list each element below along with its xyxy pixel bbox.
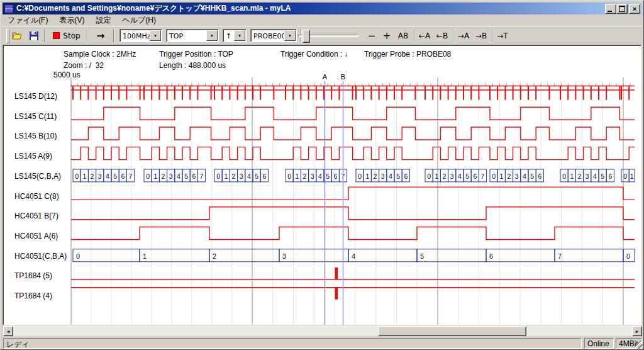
toolbar-separator — [453, 29, 454, 42]
trigger-position-value: TOP — [169, 32, 183, 40]
ab-button[interactable]: AB — [395, 29, 411, 42]
sample-rate-combo[interactable]: 100MHz ▼ — [119, 29, 162, 42]
scroll-left-icon: ◄ — [6, 329, 11, 334]
toolbar-grip — [6, 29, 9, 43]
menu-file[interactable]: ファイル(F) — [3, 14, 53, 26]
scroll-left-button[interactable]: ◄ — [3, 326, 13, 336]
stop-button[interactable]: Stop — [49, 29, 84, 42]
minimize-button[interactable] — [605, 4, 616, 14]
scroll-right-icon: ► — [635, 329, 640, 334]
trigger-edge-value: ↑ — [226, 32, 231, 40]
timebase-label: 5000 us — [53, 71, 80, 79]
maximize-button[interactable] — [616, 4, 628, 14]
info-trigger-condition: Trigger Condition : ↓ — [280, 50, 348, 59]
status-online: Online — [584, 338, 614, 349]
toolbar-separator — [113, 29, 114, 42]
info-trigger-probe: Trigger Probe : PROBE08 — [364, 50, 451, 59]
info-zoom: Zoom : / 32 — [64, 61, 104, 70]
run-arrow-icon: → — [97, 30, 105, 42]
scrollbar-thumb[interactable] — [378, 326, 526, 336]
status-ready: レディ — [3, 338, 582, 349]
chevron-down-icon[interactable]: ▼ — [234, 30, 245, 41]
trigger-probe-value: PROBE00 — [253, 32, 286, 40]
app-window: C:¥Documents and Settings¥noname¥デスクトップ¥… — [0, 0, 644, 350]
goto-b-right-button[interactable]: →B — [473, 29, 489, 42]
goto-b-left-button[interactable]: ←B — [434, 29, 450, 42]
open-file-button[interactable] — [10, 29, 25, 42]
zoom-in-button[interactable]: + — [380, 29, 394, 42]
chevron-down-icon[interactable]: ▼ — [150, 30, 161, 41]
trigger-position-combo[interactable]: TOP ▼ — [166, 29, 219, 42]
toolbar: Stop → 100MHz ▼ TOP ▼ ↑ ▼ PROBE00 ▼ − + … — [3, 26, 642, 45]
menu-settings[interactable]: 設定 — [91, 14, 116, 26]
toolbar-separator — [44, 29, 45, 42]
toolbar-separator — [87, 29, 88, 42]
stop-icon — [53, 32, 60, 39]
zoom-slider-thumb[interactable] — [303, 30, 310, 43]
status-bar: レディ Online 4MBit — [2, 337, 643, 350]
menu-bar: ファイル(F) 表示(V) 設定 ヘルプ(H) — [3, 14, 642, 26]
chevron-down-icon[interactable]: ▼ — [206, 30, 218, 41]
app-icon[interactable] — [4, 4, 13, 13]
menu-help[interactable]: ヘルプ(H) — [117, 14, 161, 26]
info-length: Length : 488.000 us — [159, 61, 226, 70]
trigger-probe-combo[interactable]: PROBE00 ▼ — [250, 29, 297, 42]
trigger-edge-combo[interactable]: ↑ ▼ — [223, 29, 247, 42]
close-button[interactable]: × — [629, 4, 640, 14]
save-button[interactable] — [26, 29, 42, 42]
info-trigger-position: Trigger Position : TOP — [159, 50, 233, 59]
sample-rate-value: 100MHz — [123, 32, 151, 40]
single-run-button[interactable]: → — [92, 29, 109, 42]
stop-label: Stop — [63, 31, 80, 40]
menu-view[interactable]: 表示(V) — [54, 14, 89, 26]
toolbar-separator — [492, 29, 493, 42]
close-icon: × — [633, 5, 636, 13]
maximize-icon — [619, 6, 625, 12]
horizontal-scrollbar[interactable]: ◄ ► — [3, 326, 642, 336]
goto-trigger-button[interactable]: →T — [494, 29, 511, 42]
zoom-out-button[interactable]: − — [365, 29, 379, 42]
minimize-icon — [608, 11, 612, 12]
floppy-disk-icon — [30, 31, 38, 40]
window-title: C:¥Documents and Settings¥noname¥デスクトップ¥… — [16, 3, 291, 14]
info-sample-clock: Sample Clock : 2MHz — [64, 50, 136, 59]
toolbar-separator — [414, 29, 415, 42]
resize-grip[interactable] — [635, 341, 643, 349]
goto-a-left-button[interactable]: ←A — [416, 29, 433, 42]
title-bar[interactable]: C:¥Documents and Settings¥noname¥デスクトップ¥… — [3, 3, 642, 14]
chevron-down-icon[interactable]: ▼ — [284, 30, 296, 41]
scroll-right-button[interactable]: ► — [632, 326, 642, 336]
open-folder-icon — [12, 31, 23, 40]
goto-a-right-button[interactable]: →A — [455, 29, 472, 42]
waveform-panel[interactable] — [3, 45, 641, 325]
